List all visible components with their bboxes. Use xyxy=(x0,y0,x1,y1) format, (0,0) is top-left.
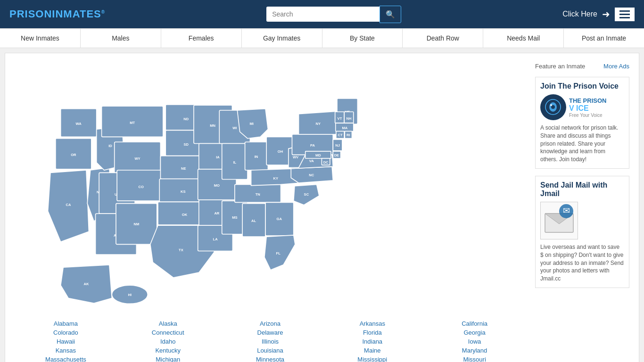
state-wy xyxy=(115,142,161,173)
state-mi xyxy=(237,109,268,139)
jmail-box[interactable]: Send Jail Mail with Jmail ✉ Live oversea… xyxy=(535,176,629,288)
svg-point-54 xyxy=(550,104,552,106)
nav-item-females[interactable]: Females xyxy=(161,29,242,48)
state-il xyxy=(222,144,248,180)
voice-subtitle: Free Your Voice xyxy=(569,113,606,118)
jmail-title: Send Jail Mail with Jmail xyxy=(540,181,624,198)
logo[interactable]: PRISONINMATES® xyxy=(9,8,105,20)
state-vt xyxy=(335,112,345,123)
us-map[interactable]: WA OR CA NV ID MT WY UT AZ xyxy=(15,63,373,308)
state-de xyxy=(333,151,340,158)
state-link-hawaii[interactable]: Hawaii xyxy=(57,337,75,346)
map-area: WA OR CA NV ID MT WY UT AZ xyxy=(15,63,526,362)
header-right: Click Here ➜ xyxy=(562,8,635,21)
more-ads-link[interactable]: More Ads xyxy=(603,63,629,70)
state-column-2: ArizonaDelawareIllinoisLouisianaMinnesot… xyxy=(219,319,322,362)
state-link-massachusetts[interactable]: Massachusetts xyxy=(45,355,86,362)
logo-prison: PRISON xyxy=(9,8,52,20)
jmail-image: ✉ xyxy=(540,202,578,239)
main-content: WA OR CA NV ID MT WY UT AZ xyxy=(5,53,639,362)
state-link-arizona[interactable]: Arizona xyxy=(260,319,281,328)
state-link-colorado[interactable]: Colorado xyxy=(53,328,78,337)
nav: New InmatesMalesFemalesGay InmatesBy Sta… xyxy=(0,28,644,48)
state-nh xyxy=(344,112,354,123)
state-column-3: ArkansasFloridaIndianaMaineMississippiNe… xyxy=(321,319,423,362)
nav-item-males[interactable]: Males xyxy=(81,29,161,48)
nav-item-new-inmates[interactable]: New Inmates xyxy=(0,29,81,48)
state-link-michigan[interactable]: Michigan xyxy=(156,355,180,362)
state-mt xyxy=(102,106,163,137)
state-nj xyxy=(333,140,342,151)
search-area: 🔍 xyxy=(266,6,401,23)
state-link-california[interactable]: California xyxy=(462,319,487,328)
sidebar-ad-header: Feature an Inmate More Ads xyxy=(535,63,629,70)
search-input[interactable] xyxy=(266,7,380,22)
state-sc xyxy=(294,184,319,205)
menu-line-3 xyxy=(619,17,630,18)
state-tn xyxy=(235,184,281,202)
state-al xyxy=(242,204,265,237)
state-link-maryland[interactable]: Maryland xyxy=(462,346,487,355)
state-nc xyxy=(291,166,333,183)
sidebar: Feature an Inmate More Ads Join The Pris… xyxy=(535,63,629,362)
state-link-louisiana[interactable]: Louisiana xyxy=(257,346,283,355)
svg-text:✉: ✉ xyxy=(563,206,570,215)
state-link-delaware[interactable]: Delaware xyxy=(257,328,283,337)
state-column-1: AlaskaConnecticutIdahoKentuckyMichiganNe… xyxy=(117,319,219,362)
prison-voice-title: Join The Prison Voice xyxy=(540,82,624,90)
header: PRISONINMATES® 🔍 Click Here ➜ xyxy=(0,0,644,28)
voice-brand: THE PRISON xyxy=(569,97,606,104)
state-in xyxy=(245,142,268,170)
logo-inmates: INMATES xyxy=(52,8,101,20)
nav-item-by-state[interactable]: By State xyxy=(322,29,403,48)
state-link-mississippi[interactable]: Mississippi xyxy=(357,355,387,362)
voice-icon xyxy=(540,94,566,120)
voice-brand-area: THE PRISON V ICE Free Your Voice xyxy=(569,97,606,118)
state-co xyxy=(117,170,165,201)
state-dc xyxy=(322,158,330,165)
state-link-missouri[interactable]: Missouri xyxy=(463,355,486,362)
menu-button[interactable] xyxy=(615,8,635,21)
state-wa xyxy=(61,109,97,137)
nav-item-death-row[interactable]: Death Row xyxy=(403,29,483,48)
state-link-alaska[interactable]: Alaska xyxy=(159,319,177,328)
state-link-arkansas[interactable]: Arkansas xyxy=(360,319,385,328)
arrow-right-icon: ➜ xyxy=(602,8,610,20)
search-button[interactable]: 🔍 xyxy=(380,6,401,23)
search-icon: 🔍 xyxy=(386,10,395,18)
logo-area: PRISONINMATES® xyxy=(9,8,105,20)
state-link-minnesota[interactable]: Minnesota xyxy=(256,355,284,362)
menu-line-1 xyxy=(619,10,630,12)
state-link-florida[interactable]: Florida xyxy=(363,328,382,337)
state-column-4: CaliforniaGeorgiaIowaMarylandMissouriNew… xyxy=(423,319,526,362)
state-link-maine[interactable]: Maine xyxy=(364,346,380,355)
state-ak xyxy=(61,265,112,303)
state-nm xyxy=(116,204,157,245)
click-here-text: Click Here xyxy=(562,10,597,18)
state-link-kentucky[interactable]: Kentucky xyxy=(155,346,180,355)
state-ma xyxy=(336,123,354,131)
state-link-kansas[interactable]: Kansas xyxy=(56,346,76,355)
state-ny xyxy=(299,111,340,134)
prison-voice-box[interactable]: Join The Prison Voice THE PRISON V ICE F… xyxy=(535,77,629,169)
logo-reg: ® xyxy=(101,9,105,15)
nav-item-gay-inmates[interactable]: Gay Inmates xyxy=(242,29,322,48)
state-link-iowa[interactable]: Iowa xyxy=(468,337,481,346)
state-ga xyxy=(265,202,294,236)
state-link-idaho[interactable]: Idaho xyxy=(160,337,176,346)
state-link-indiana[interactable]: Indiana xyxy=(362,337,382,346)
nav-item-needs-mail[interactable]: Needs Mail xyxy=(483,29,564,48)
state-ct xyxy=(336,131,344,138)
nav-item-post-inmate[interactable]: Post an Inmate xyxy=(564,29,644,48)
state-link-connecticut[interactable]: Connecticut xyxy=(152,328,184,337)
state-list: AlabamaColoradoHawaiiKansasMassachusetts… xyxy=(15,319,526,362)
state-ri xyxy=(345,131,352,138)
state-or xyxy=(56,139,91,169)
state-link-illinois[interactable]: Illinois xyxy=(262,337,279,346)
jmail-desc: Live overseas and want to save $ on ship… xyxy=(540,243,624,283)
prison-voice-logo: THE PRISON V ICE Free Your Voice xyxy=(540,94,624,120)
state-md xyxy=(305,151,331,158)
state-link-alabama[interactable]: Alabama xyxy=(54,319,78,328)
feature-inmate-label[interactable]: Feature an Inmate xyxy=(535,63,585,70)
state-link-georgia[interactable]: Georgia xyxy=(463,328,485,337)
